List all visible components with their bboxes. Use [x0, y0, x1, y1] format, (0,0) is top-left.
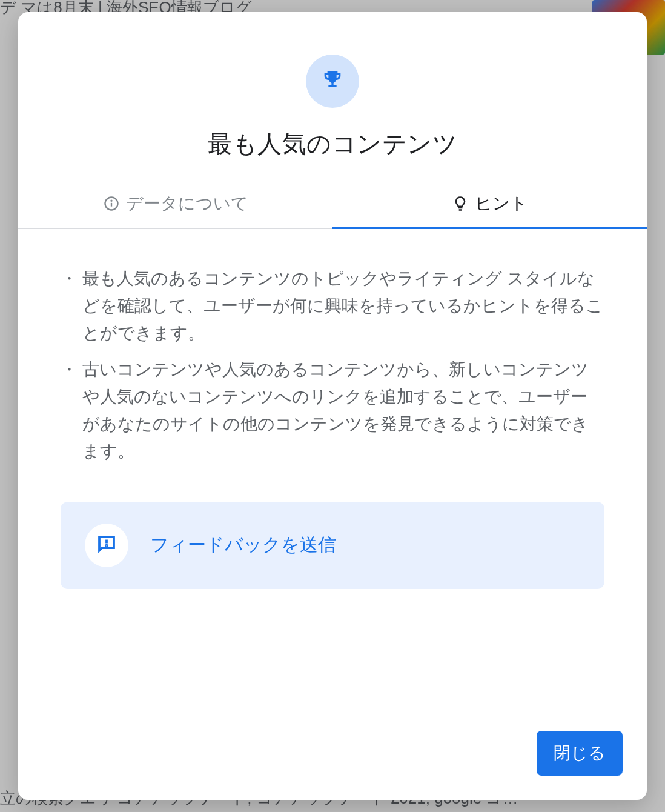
trophy-icon [320, 68, 345, 95]
popular-content-modal: 最も人気のコンテンツ データについて ヒント 最も人気のあるコンテンツのトピック… [18, 12, 647, 800]
trophy-icon-circle [306, 55, 359, 108]
hint-item: 最も人気のあるコンテンツのトピックやライティング スタイルなどを確認して、ユーザ… [61, 265, 604, 347]
tab-about-data[interactable]: データについて [18, 179, 332, 228]
lightbulb-icon [452, 195, 469, 212]
tab-label: データについて [126, 192, 248, 215]
hint-item: 古いコンテンツや人気のあるコンテンツから、新しいコンテンツや人気のないコンテンツ… [61, 356, 604, 465]
feedback-icon [96, 533, 117, 557]
svg-point-2 [111, 201, 111, 201]
modal-title: 最も人気のコンテンツ [208, 127, 457, 161]
svg-point-4 [106, 545, 107, 546]
close-button[interactable]: 閉じる [537, 731, 623, 776]
modal-body: 最も人気のあるコンテンツのトピックやライティング スタイルなどを確認して、ユーザ… [18, 229, 647, 716]
feedback-label: フィードバックを送信 [150, 533, 336, 557]
modal-header: 最も人気のコンテンツ [18, 12, 647, 179]
modal-footer: 閉じる [18, 716, 647, 800]
info-icon [103, 195, 120, 212]
tab-hints[interactable]: ヒント [332, 179, 647, 228]
feedback-icon-circle [85, 524, 128, 567]
send-feedback-button[interactable]: フィードバックを送信 [61, 502, 604, 589]
tab-label: ヒント [475, 192, 528, 215]
hint-list: 最も人気のあるコンテンツのトピックやライティング スタイルなどを確認して、ユーザ… [61, 265, 604, 465]
tab-bar: データについて ヒント [18, 179, 647, 229]
